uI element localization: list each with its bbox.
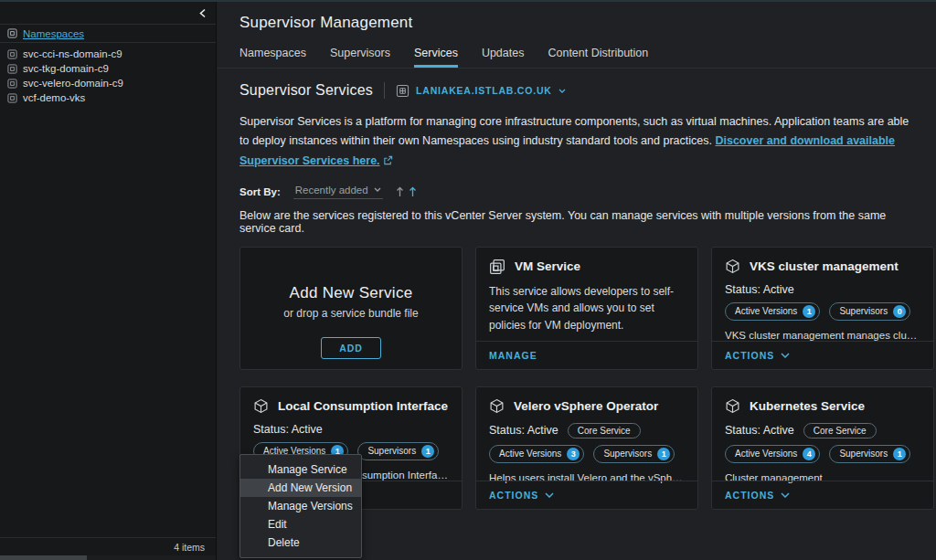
- namespace-label: vcf-demo-vks: [23, 92, 85, 103]
- card-title: VM Service: [515, 259, 580, 273]
- supervisors-count: 1: [893, 448, 906, 460]
- sidebar-namespaces-link[interactable]: Namespaces: [23, 28, 84, 39]
- card-title: Velero vSphere Operator: [514, 399, 658, 413]
- service-cube-icon: [489, 398, 505, 414]
- menu-item-add-new-version[interactable]: Add New Version: [240, 479, 361, 497]
- core-service-badge: Core Service: [568, 423, 641, 438]
- sidebar-horizontal-scrollbar[interactable]: [0, 555, 216, 560]
- add-new-service-card[interactable]: Add New Service or drop a service bundle…: [239, 247, 463, 370]
- supervisors-badge: Supervisors 1: [593, 445, 675, 463]
- supervisor-icon: [396, 84, 410, 98]
- sidebar-item-namespace[interactable]: vcf-demo-vks: [0, 90, 216, 105]
- tab-bar: Namespaces Supervisors Services Updates …: [239, 47, 936, 68]
- namespace-label: svc-cci-ns-domain-c9: [23, 48, 122, 59]
- vm-service-icon: [489, 259, 505, 275]
- namespace-icon: [7, 64, 17, 74]
- tab-content-distribution[interactable]: Content Distribution: [548, 47, 648, 68]
- collapse-sidebar-icon[interactable]: [198, 8, 207, 18]
- vertical-divider: [384, 82, 385, 99]
- namespace-list: svc-cci-ns-domain-c9 svc-tkg-domain-c9 s…: [0, 43, 216, 105]
- vm-service-card: VM Service This service allows developer…: [475, 247, 698, 370]
- card-title: Local Consumption Interface: [278, 399, 448, 413]
- sidebar-item-namespace[interactable]: svc-tkg-domain-c9: [0, 61, 216, 76]
- sidebar-item-namespace[interactable]: svc-cci-ns-domain-c9: [0, 47, 216, 61]
- menu-item-edit[interactable]: Edit: [240, 515, 361, 534]
- active-versions-count: 4: [803, 448, 815, 460]
- vks-cluster-management-card: VKS cluster management Status: Active Ac…: [711, 247, 934, 370]
- tab-services[interactable]: Services: [414, 47, 458, 68]
- card-description: VKS cluster management manages cluster a…: [725, 330, 920, 341]
- namespace-icon: [7, 79, 17, 89]
- sidebar-item-namespace[interactable]: svc-velero-domain-c9: [0, 76, 216, 90]
- tab-divider: [218, 68, 936, 69]
- scrollbar-thumb[interactable]: [0, 555, 87, 560]
- services-note: Below are the services registered to thi…: [239, 209, 914, 235]
- chevron-down-icon: [545, 492, 554, 498]
- sidebar-root-row[interactable]: Namespaces: [0, 25, 216, 43]
- page-title: Supervisor Management: [239, 14, 936, 32]
- sort-by-label: Sort By:: [239, 186, 281, 197]
- namespace-icon: [7, 49, 17, 59]
- add-button[interactable]: ADD: [321, 337, 381, 359]
- menu-item-manage-service[interactable]: Manage Service: [240, 460, 361, 479]
- namespace-icon: [7, 28, 17, 38]
- service-cube-icon: [725, 398, 740, 414]
- tab-updates[interactable]: Updates: [482, 47, 525, 68]
- services-intro: Supervisor Services is a platform for ma…: [239, 112, 914, 171]
- sort-controls: Sort By: Recently added: [239, 185, 936, 199]
- chevron-down-icon: [781, 353, 790, 358]
- menu-item-manage-versions[interactable]: Manage Versions: [240, 497, 361, 515]
- supervisors-count: 1: [421, 445, 434, 458]
- add-service-subtitle: or drop a service bundle file: [253, 307, 449, 320]
- card-title: Kubernetes Service: [750, 399, 865, 413]
- menu-item-delete[interactable]: Delete: [240, 534, 361, 552]
- card-title: VKS cluster management: [750, 259, 899, 273]
- supervisors-badge: Supervisors 0: [829, 302, 910, 321]
- namespaces-sidebar: Namespaces svc-cci-ns-domain-c9 svc-tkg-…: [0, 2, 217, 560]
- velero-vsphere-operator-card: Velero vSphere Operator Status: Active C…: [475, 386, 698, 510]
- supervisors-badge: Supervisors 1: [357, 442, 439, 460]
- sort-descending-icon[interactable]: [409, 186, 417, 197]
- sidebar-header: [0, 2, 216, 25]
- chevron-down-icon: [781, 492, 790, 498]
- actions-dropdown[interactable]: ACTIONS: [725, 490, 790, 501]
- service-cube-icon: [253, 398, 269, 414]
- external-link-icon: [383, 155, 393, 165]
- kubernetes-service-card: Kubernetes Service Status: Active Core S…: [711, 386, 934, 510]
- active-versions-count: 1: [803, 305, 815, 318]
- tab-namespaces[interactable]: Namespaces: [239, 47, 306, 68]
- services-heading-row: Supervisor Services LANIAKEA.ISTLAB.CO.U…: [239, 82, 936, 99]
- add-service-title: Add New Service: [253, 284, 449, 302]
- supervisors-badge: Supervisors 1: [829, 445, 910, 463]
- sort-direction-toggle: [396, 186, 417, 197]
- supervisor-domain-label: LANIAKEA.ISTLAB.CO.UK: [416, 85, 552, 96]
- tab-supervisors[interactable]: Supervisors: [330, 47, 390, 68]
- supervisors-count: 0: [893, 305, 906, 318]
- chevron-down-icon: [374, 187, 381, 192]
- supervisors-count: 1: [657, 448, 670, 460]
- active-versions-count: 3: [567, 448, 580, 460]
- sort-ascending-icon[interactable]: [396, 186, 404, 197]
- services-heading: Supervisor Services: [239, 82, 373, 99]
- sort-value: Recently added: [295, 185, 368, 195]
- service-cube-icon: [725, 259, 740, 274]
- manage-link[interactable]: MANAGE: [489, 350, 537, 361]
- actions-context-menu: Manage Service Add New Version Manage Ve…: [239, 454, 362, 558]
- status-text: Status: Active: [489, 424, 558, 437]
- actions-dropdown[interactable]: ACTIONS: [725, 350, 790, 361]
- namespace-label: svc-tkg-domain-c9: [23, 63, 109, 74]
- core-service-badge: Core Service: [803, 423, 877, 438]
- status-text: Status: Active: [253, 423, 323, 436]
- supervisor-selector[interactable]: LANIAKEA.ISTLAB.CO.UK: [396, 84, 566, 98]
- active-versions-badge: Active Versions 4: [725, 445, 820, 463]
- actions-dropdown[interactable]: ACTIONS: [489, 490, 554, 501]
- chevron-down-icon: [558, 89, 566, 93]
- status-text: Status: Active: [725, 283, 794, 296]
- sort-dropdown[interactable]: Recently added: [293, 185, 383, 199]
- sidebar-item-count: 4 items: [0, 537, 216, 555]
- active-versions-badge: Active Versions 1: [725, 302, 820, 321]
- namespace-icon: [7, 93, 17, 103]
- card-description: This service allows developers to self-s…: [489, 283, 685, 334]
- namespace-label: svc-velero-domain-c9: [23, 78, 123, 89]
- status-text: Status: Active: [725, 424, 794, 437]
